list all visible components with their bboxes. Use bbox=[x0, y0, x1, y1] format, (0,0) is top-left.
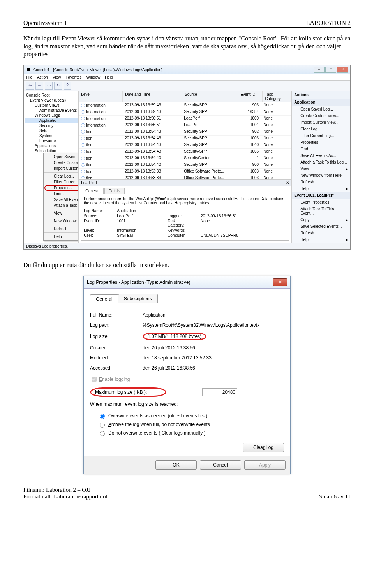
actions-pane: Actions Application Open Saved Log...Cre… bbox=[292, 91, 350, 243]
menu-action[interactable]: Action bbox=[37, 75, 48, 79]
det-logged-v: 2012-09-18 13:56:51 bbox=[201, 214, 243, 218]
tab-details[interactable]: Details bbox=[104, 188, 125, 194]
action-item[interactable]: Event Properties bbox=[292, 199, 350, 206]
refresh-icon[interactable]: ↻ bbox=[54, 82, 62, 90]
ctx-refresh[interactable]: Refresh bbox=[44, 226, 79, 232]
det-source-v: LoadPerf bbox=[117, 214, 160, 218]
dialog-close-icon[interactable]: ✕ bbox=[273, 278, 287, 286]
menu-favorites[interactable]: Favorites bbox=[65, 75, 81, 79]
full-name-label[interactable]: FFull Name:ull Name: bbox=[90, 312, 143, 318]
radio-donot[interactable] bbox=[100, 431, 105, 436]
action-item[interactable]: Clear Log... bbox=[292, 126, 350, 132]
minimize-button[interactable]: – bbox=[314, 67, 325, 73]
action-item[interactable]: View▸ bbox=[292, 165, 350, 172]
log-path-label[interactable]: Log path: bbox=[90, 322, 143, 328]
action-item[interactable]: Refresh bbox=[292, 179, 350, 185]
actions-group2-title: Event 1001, LoadPerf bbox=[292, 192, 350, 199]
tree-item[interactable]: Console Root bbox=[25, 93, 78, 98]
action-item[interactable]: Properties bbox=[292, 139, 350, 146]
menu-window[interactable]: Window bbox=[86, 75, 101, 79]
ctx-create-custom-view-[interactable]: Create Custom View... bbox=[44, 160, 79, 165]
paragraph-2: Du får du upp en ruta där du kan se och … bbox=[23, 261, 351, 269]
ctx-clear-log-[interactable]: Clear Log... bbox=[44, 173, 79, 179]
enable-logging-checkbox[interactable] bbox=[92, 377, 97, 382]
details-close-icon[interactable]: ✕ bbox=[286, 181, 289, 185]
cancel-button[interactable]: Cancel bbox=[200, 460, 241, 470]
tree-item[interactable]: Setup bbox=[25, 128, 78, 133]
tab-general[interactable]: General bbox=[81, 188, 104, 194]
ctx-properties[interactable]: Properties bbox=[44, 185, 79, 191]
maximize-button[interactable]: □ bbox=[325, 67, 336, 73]
tree-item[interactable]: Security bbox=[25, 123, 78, 128]
toolbar-btn[interactable]: ▭ bbox=[45, 82, 53, 90]
action-item[interactable]: Help▸ bbox=[292, 236, 350, 243]
tree-item[interactable]: Event Viewer (Local) bbox=[25, 98, 78, 103]
tree-item[interactable]: Custom Views bbox=[25, 103, 78, 108]
radio-overwrite[interactable] bbox=[100, 414, 105, 419]
radio-archive[interactable] bbox=[100, 423, 105, 428]
tree-item[interactable]: Administrative Events bbox=[25, 108, 78, 113]
action-item[interactable]: Attach Task To This Event... bbox=[292, 206, 350, 217]
col-eventid[interactable]: Event ID bbox=[238, 91, 263, 102]
event-row[interactable]: tion2012-09-18 13:53:33Office Software P… bbox=[79, 175, 291, 179]
action-item[interactable]: Filter Current Log... bbox=[292, 132, 350, 139]
tree-item[interactable]: Forwarde bbox=[25, 138, 78, 143]
col-category[interactable]: Task Category bbox=[263, 91, 291, 102]
col-level[interactable]: Level bbox=[79, 91, 123, 102]
ctx-view[interactable]: View▸ bbox=[44, 210, 79, 216]
ctx-filter-current-log-[interactable]: Filter Current Log... bbox=[44, 179, 79, 185]
apply-button[interactable]: Apply bbox=[244, 460, 286, 470]
action-item[interactable]: Attach a Task To this Log... bbox=[292, 159, 350, 165]
ctx-save-all-events-as-[interactable]: Save All Events As... bbox=[44, 197, 79, 202]
ctx-attach-a-task-to-this-log-[interactable]: Attach a Task To this Log... bbox=[44, 202, 79, 208]
action-item[interactable]: New Window from Here bbox=[292, 172, 350, 179]
event-row[interactable]: tion2012-09-18 13:54:43Security-SPP902No… bbox=[79, 129, 291, 136]
action-item[interactable]: Help▸ bbox=[292, 185, 350, 192]
event-row[interactable]: tion2012-09-18 13:53:33Office Software P… bbox=[79, 169, 291, 175]
menu-file[interactable]: File bbox=[26, 75, 32, 79]
event-row[interactable]: Information2012-09-18 13:59:43Security-S… bbox=[79, 102, 291, 109]
event-row[interactable]: Information2012-09-18 13:59:43Security-S… bbox=[79, 109, 291, 116]
tree-item[interactable]: System bbox=[25, 133, 78, 138]
forward-icon[interactable]: ⇨ bbox=[35, 82, 43, 90]
event-row[interactable]: Information2012-09-18 13:56:51LoadPerf10… bbox=[79, 122, 291, 129]
ctx-help[interactable]: Help▸ bbox=[44, 234, 79, 239]
max-size-input[interactable] bbox=[202, 388, 237, 396]
dlg-tab-subscriptions[interactable]: Subscriptions bbox=[118, 294, 158, 303]
details-description: Performance counters for the WmiApRpl (W… bbox=[84, 197, 286, 205]
event-row[interactable]: tion2012-09-18 13:54:43Security-SPP1003N… bbox=[79, 136, 291, 142]
col-date[interactable]: Date and Time bbox=[123, 91, 182, 102]
action-item[interactable]: Open Saved Log... bbox=[292, 106, 350, 113]
ctx-find-[interactable]: Find... bbox=[44, 191, 79, 197]
action-item[interactable]: Find... bbox=[292, 146, 350, 152]
ctx-new-window-from-here[interactable]: New Window from Here bbox=[44, 218, 79, 224]
event-row[interactable]: tion2012-09-18 13:54:40SecurityCenter1No… bbox=[79, 155, 291, 162]
action-item[interactable]: Save All Events As... bbox=[292, 152, 350, 159]
col-source[interactable]: Source bbox=[182, 91, 238, 102]
action-item[interactable]: Import Custom View... bbox=[292, 119, 350, 126]
action-item[interactable]: Refresh bbox=[292, 230, 350, 236]
event-row[interactable]: tion2012-09-18 13:54:43Security-SPP1066N… bbox=[79, 149, 291, 155]
back-icon[interactable]: ⇦ bbox=[26, 82, 34, 90]
ctx-open-saved-log-[interactable]: Open Saved Log... bbox=[44, 154, 79, 160]
tree-item[interactable]: Applicatio bbox=[25, 118, 78, 123]
tree-item[interactable]: Windows Logs bbox=[25, 113, 78, 118]
header-right: LABORATION 2 bbox=[306, 19, 351, 26]
ctx-import-custom-view-[interactable]: Import Custom View... bbox=[44, 165, 79, 171]
menu-view[interactable]: View bbox=[53, 75, 61, 79]
help-icon[interactable]: ? bbox=[64, 82, 71, 90]
event-row[interactable]: Information2012-09-18 13:56:51LoadPerf10… bbox=[79, 116, 291, 122]
event-row[interactable]: tion2012-09-18 13:54:43Security-SPP1040N… bbox=[79, 142, 291, 149]
action-item[interactable]: Save Selected Events... bbox=[292, 223, 350, 230]
menu-help[interactable]: Help bbox=[105, 75, 113, 79]
event-row[interactable]: tion2012-09-18 13:54:40Security-SPP900No… bbox=[79, 162, 291, 169]
accessed-value: den 26 juli 2012 16:38:56 bbox=[143, 365, 284, 371]
close-button[interactable]: ✕ bbox=[337, 67, 348, 73]
action-item[interactable]: Create Custom View... bbox=[292, 113, 350, 119]
dlg-tab-general[interactable]: General bbox=[90, 294, 118, 303]
clear-log-button[interactable]: Clear Log bbox=[243, 443, 284, 452]
ok-button[interactable]: OK bbox=[155, 460, 197, 470]
action-item[interactable]: Copy▸ bbox=[292, 217, 350, 223]
created-value: den 26 juli 2012 16:38:56 bbox=[143, 345, 284, 350]
tree-item[interactable]: Applications bbox=[25, 143, 78, 148]
